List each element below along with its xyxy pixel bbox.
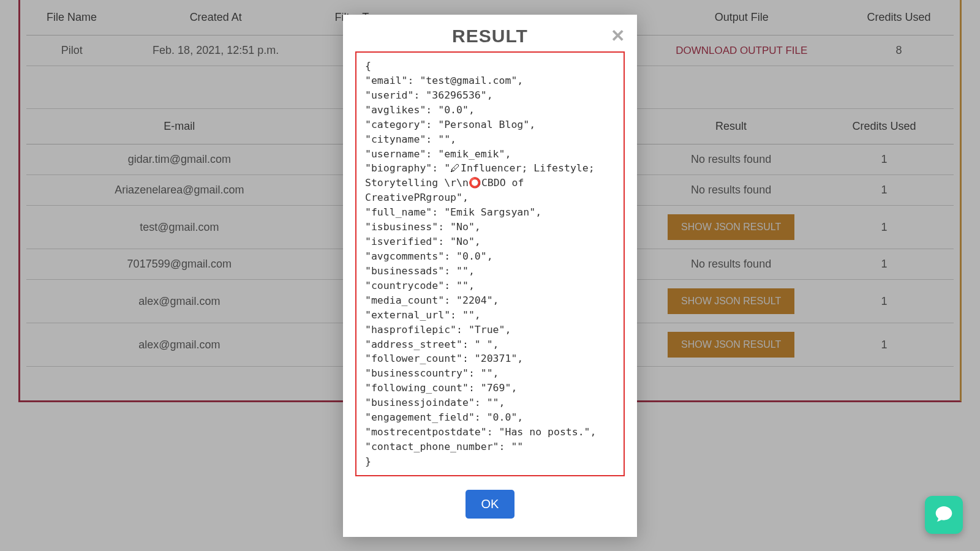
ok-button[interactable]: OK (466, 490, 515, 519)
chat-fab[interactable] (925, 496, 963, 534)
modal-title: RESULT (355, 26, 625, 47)
modal-overlay[interactable]: ✕ RESULT { "email": "test@gmail.com", "u… (0, 0, 980, 551)
json-result-box: { "email": "test@gmail.com", "userid": "… (355, 51, 625, 476)
chat-icon (934, 504, 954, 526)
close-icon[interactable]: ✕ (611, 26, 625, 46)
result-modal: ✕ RESULT { "email": "test@gmail.com", "u… (343, 15, 637, 537)
